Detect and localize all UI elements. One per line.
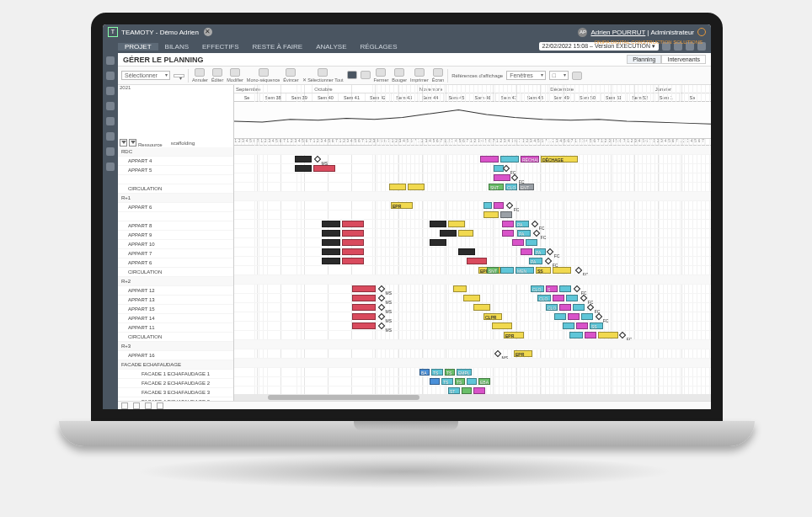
gantt-bar[interactable] [494,174,510,181]
gantt-bar[interactable] [500,267,514,274]
gantt-bar[interactable] [448,221,465,227]
gantt-bar[interactable] [483,202,492,209]
gantt-bar[interactable]: CLO [531,285,544,292]
task-row-label[interactable]: CIRCULATION [118,268,233,277]
task-row-label[interactable]: CIRCULATION [118,333,233,342]
refs-icon[interactable] [572,72,582,80]
gantt-bar[interactable] [473,304,490,311]
gantt-bar[interactable] [322,221,340,227]
milestone-diamond[interactable] [378,285,385,292]
gantt-bar[interactable] [512,239,524,246]
toolbar-fermer[interactable] [376,68,386,77]
gantt-bar[interactable] [463,295,480,301]
gantt-bar[interactable] [585,332,596,338]
gantt-bar[interactable]: SNT [487,267,499,274]
gantt-bar[interactable] [342,239,364,246]
gantt-bar[interactable] [295,156,312,163]
status-icon-2[interactable] [133,402,140,409]
toolbar-play[interactable] [347,71,357,79]
milestone-diamond[interactable] [545,258,552,264]
gantt-bar[interactable]: PA [529,258,542,264]
milestone-diamond[interactable] [574,285,580,292]
milestone-diamond[interactable] [378,313,385,320]
milestone-diamond[interactable] [494,350,501,357]
status-icon-1[interactable] [121,402,128,409]
milestone-diamond[interactable] [532,221,538,227]
tab-planning[interactable]: Planning [627,55,661,64]
zone-row[interactable]: FACADE ECHAFAUDAGE [118,360,233,370]
gantt-bar[interactable]: TS [441,378,453,385]
gantt-bar[interactable]: RÉCHAUFFAGE [521,156,539,163]
gantt-bar[interactable] [430,221,446,227]
milestone-diamond[interactable] [506,202,513,209]
task-row-label[interactable]: APPART 6 [118,258,233,268]
task-row-label[interactable]: FACADE 2 ECHAFAUDAGE 2 [118,379,233,388]
gantt-bar[interactable] [563,322,574,329]
gantt-bar[interactable] [430,239,446,246]
gantt-bar[interactable]: CLO [546,304,558,311]
task-row-label[interactable]: APPART 8 [118,221,233,231]
gantt-bar[interactable] [494,202,504,209]
gantt-bar[interactable]: TS [431,369,443,376]
user-name[interactable]: Adrien POURRUT [590,29,645,36]
gantt-bar[interactable]: ENT [519,184,534,190]
gantt-bar[interactable] [458,230,473,237]
gantt-bar[interactable] [467,258,487,264]
task-row-label[interactable]: APPART 12 [118,286,233,296]
gantt-bar[interactable] [322,230,340,237]
gantt-bar[interactable]: EMPL [457,369,472,376]
rail-icon-5[interactable] [106,117,115,125]
milestone-diamond[interactable] [503,165,510,172]
task-row-label[interactable]: APPART 5 [118,166,233,175]
gantt-bar[interactable] [342,230,364,237]
task-row-label[interactable]: APPART 6 [118,203,233,212]
gantt-bar[interactable] [342,258,364,264]
gantt-bar[interactable]: SNT [489,184,504,190]
filter-icon-2[interactable] [129,139,136,147]
gantt-bar[interactable]: TS [445,369,455,376]
gantt-bar[interactable] [576,322,588,329]
toolbar-ecran[interactable] [433,68,443,77]
toolbar-color-dd[interactable] [174,74,184,77]
gantt-bar[interactable]: CLPR [483,313,502,320]
toolbar-modifier[interactable] [230,68,240,77]
gantt-bar[interactable] [352,304,376,311]
gantt-bar[interactable]: BA [419,369,430,376]
gantt-bar[interactable] [389,184,406,190]
milestone-diamond[interactable] [587,304,594,311]
toolbar-selector[interactable]: Sélectionner [121,71,170,80]
status-icon-4[interactable] [157,402,163,409]
gantt-bar[interactable] [569,332,583,338]
rail-icon-2[interactable] [106,72,115,80]
task-row-label[interactable]: APPART 14 [118,314,233,323]
gantt-bar[interactable] [526,239,537,246]
rail-icon-7[interactable] [106,147,115,156]
gantt-bar[interactable] [553,295,564,301]
gantt-bar[interactable] [554,313,566,320]
milestone-diamond[interactable] [575,267,582,274]
gantt-bar[interactable] [462,387,472,394]
gantt-bar[interactable] [342,248,364,255]
gantt-bar[interactable] [480,156,499,163]
task-row-label[interactable] [118,175,233,184]
menu-reglages[interactable]: RÉGLAGES [353,43,403,51]
gantt-bar[interactable] [295,165,312,172]
zone-row[interactable]: R+3 [118,342,233,351]
zone-row[interactable]: RDC [118,147,233,157]
close-project-icon[interactable]: ✕ [204,28,212,36]
milestone-diamond[interactable] [314,156,321,163]
gantt-bar[interactable] [352,285,376,292]
horizontal-scrollbar[interactable] [234,394,711,401]
task-row-label[interactable] [118,212,233,221]
power-icon[interactable] [697,28,706,36]
zone-row[interactable]: R+2 [118,277,233,286]
filter-icon[interactable] [120,139,127,147]
task-row-label[interactable]: APPART 16 [118,351,233,360]
menu-projet[interactable]: PROJET [118,43,158,51]
task-row-label[interactable]: APPART 13 [118,296,233,305]
gantt-bar[interactable]: PA [516,221,529,227]
gantt-bar[interactable] [473,387,485,394]
gantt-bar[interactable] [502,230,514,237]
gantt-bar[interactable] [440,230,457,237]
gantt-bar[interactable] [566,295,578,301]
